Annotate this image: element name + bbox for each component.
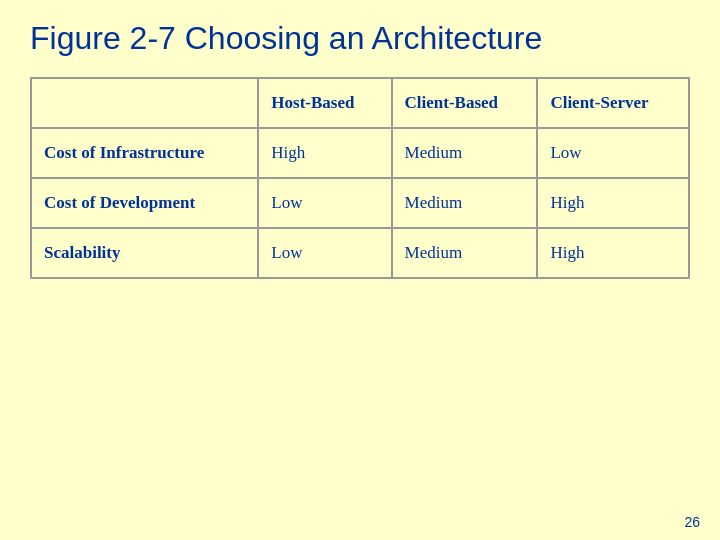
infrastructure-server: Low <box>537 128 689 178</box>
scalability-server: High <box>537 228 689 278</box>
page-number: 26 <box>684 514 700 530</box>
table-row: Cost of Development Low Medium High <box>31 178 689 228</box>
table-header-row: Host-Based Client-Based Client-Server <box>31 78 689 128</box>
page-title: Figure 2-7 Choosing an Architecture <box>30 20 690 57</box>
development-host: Low <box>258 178 391 228</box>
header-empty <box>31 78 258 128</box>
scalability-client: Medium <box>392 228 538 278</box>
development-client: Medium <box>392 178 538 228</box>
row-label-scalability: Scalability <box>31 228 258 278</box>
table-wrapper: Host-Based Client-Based Client-Server Co… <box>30 77 690 279</box>
development-server: High <box>537 178 689 228</box>
header-host-based: Host-Based <box>258 78 391 128</box>
header-client-based: Client-Based <box>392 78 538 128</box>
table-row: Scalability Low Medium High <box>31 228 689 278</box>
infrastructure-client: Medium <box>392 128 538 178</box>
header-client-server: Client-Server <box>537 78 689 128</box>
row-label-infrastructure: Cost of Infrastructure <box>31 128 258 178</box>
row-label-development: Cost of Development <box>31 178 258 228</box>
scalability-host: Low <box>258 228 391 278</box>
table-row: Cost of Infrastructure High Medium Low <box>31 128 689 178</box>
comparison-table: Host-Based Client-Based Client-Server Co… <box>30 77 690 279</box>
page-container: Figure 2-7 Choosing an Architecture Host… <box>0 0 720 540</box>
infrastructure-host: High <box>258 128 391 178</box>
